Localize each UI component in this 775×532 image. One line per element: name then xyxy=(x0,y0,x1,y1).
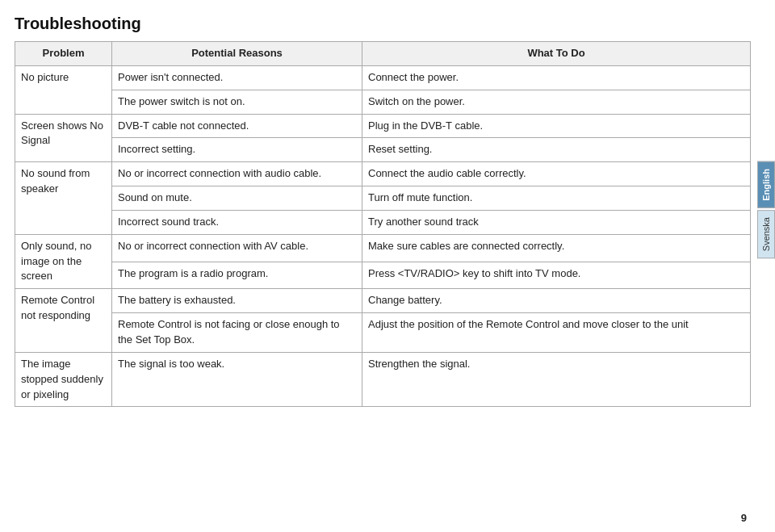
cell-reason: Incorrect setting. xyxy=(112,138,362,162)
cell-whatdo: Turn off mute function. xyxy=(362,186,751,211)
cell-whatdo: Switch on the power. xyxy=(362,90,751,114)
table-row: The program is a radio program.Press <TV… xyxy=(15,262,751,289)
cell-whatdo: Plug in the DVB-T cable. xyxy=(362,114,751,138)
cell-problem: Remote Control not responding xyxy=(15,289,112,353)
cell-reason: Incorrect sound track. xyxy=(112,210,362,234)
table-row: Sound on mute.Turn off mute function. xyxy=(15,186,751,211)
lang-tabs: English Svenska xyxy=(757,161,775,258)
cell-whatdo: Press <TV/RADIO> key to shift into TV mo… xyxy=(362,262,751,289)
cell-whatdo: Change battery. xyxy=(362,289,751,313)
cell-problem: No picture xyxy=(15,65,112,114)
header-problem: Problem xyxy=(15,42,112,66)
cell-whatdo: Try another sound track xyxy=(362,210,751,234)
cell-whatdo: Make sure cables are connected correctly… xyxy=(362,234,751,262)
cell-whatdo: Strengthen the signal. xyxy=(362,352,751,407)
lang-tab-english[interactable]: English xyxy=(757,161,775,208)
troubleshoot-table: Problem Potential Reasons What To Do No … xyxy=(15,41,751,407)
cell-reason: Sound on mute. xyxy=(112,186,362,211)
table-row: Remote Control not respondingThe battery… xyxy=(15,289,751,313)
cell-reason: No or incorrect connection with audio ca… xyxy=(112,162,362,186)
cell-problem: Only sound, no image on the screen xyxy=(15,234,112,289)
table-row: No picturePower isn't connected.Connect … xyxy=(15,65,751,90)
table-header-row: Problem Potential Reasons What To Do xyxy=(15,42,751,66)
page-container: Troubleshooting Problem Potential Reason… xyxy=(0,0,775,532)
cell-reason: The signal is too weak. xyxy=(112,352,362,407)
cell-reason: The power switch is not on. xyxy=(112,90,362,114)
cell-whatdo: Reset setting. xyxy=(362,138,751,162)
header-reasons: Potential Reasons xyxy=(112,42,362,66)
cell-problem: The image stopped suddenly or pixeling xyxy=(15,352,112,407)
cell-reason: DVB-T cable not connected. xyxy=(112,114,362,138)
table-row: No sound from speakerNo or incorrect con… xyxy=(15,162,751,186)
page-title: Troubleshooting xyxy=(15,15,751,33)
cell-reason: No or incorrect connection with AV cable… xyxy=(112,234,362,262)
cell-reason: The battery is exhausted. xyxy=(112,289,362,313)
lang-tab-svenska[interactable]: Svenska xyxy=(757,210,775,258)
cell-whatdo: Connect the power. xyxy=(362,65,751,90)
cell-problem: No sound from speaker xyxy=(15,162,112,235)
table-row: Screen shows No SignalDVB-T cable not co… xyxy=(15,114,751,138)
table-row: The image stopped suddenly or pixelingTh… xyxy=(15,352,751,407)
header-whatdo: What To Do xyxy=(362,42,751,66)
table-row: Remote Control is not facing or close en… xyxy=(15,313,751,353)
cell-whatdo: Connect the audio cable correctly. xyxy=(362,162,751,186)
page-number: 9 xyxy=(741,512,747,524)
table-row: Incorrect sound track.Try another sound … xyxy=(15,210,751,234)
cell-reason: The program is a radio program. xyxy=(112,262,362,289)
cell-reason: Power isn't connected. xyxy=(112,65,362,90)
cell-reason: Remote Control is not facing or close en… xyxy=(112,313,362,353)
cell-whatdo: Adjust the position of the Remote Contro… xyxy=(362,313,751,353)
table-row: Only sound, no image on the screenNo or … xyxy=(15,234,751,262)
table-row: The power switch is not on.Switch on the… xyxy=(15,90,751,114)
table-row: Incorrect setting.Reset setting. xyxy=(15,138,751,162)
cell-problem: Screen shows No Signal xyxy=(15,114,112,162)
